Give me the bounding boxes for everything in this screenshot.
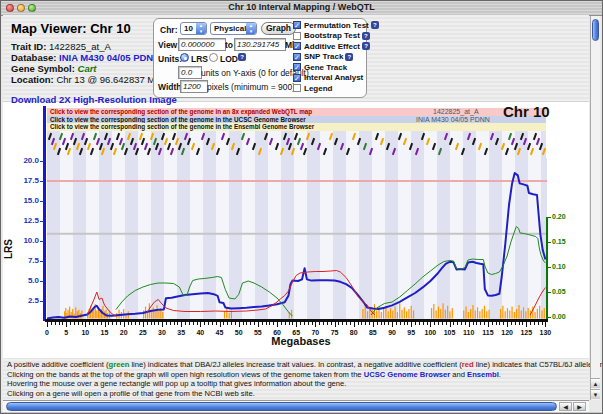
gene-glyph[interactable] <box>303 147 307 154</box>
gene-glyph[interactable] <box>196 147 200 154</box>
gene-glyph[interactable] <box>147 147 151 154</box>
gene-glyph[interactable] <box>144 142 148 149</box>
snp-track-help-icon[interactable]: ? <box>345 53 353 61</box>
gene-glyph[interactable] <box>150 132 154 139</box>
gene-glyph[interactable] <box>269 137 273 144</box>
vertical-scrollbar[interactable]: ▲ ▼ <box>590 16 600 400</box>
gene-glyph[interactable] <box>334 137 338 144</box>
gene-glyph[interactable] <box>444 132 448 139</box>
checkbox-bootstrap-test[interactable]: Bootstrap Test? <box>293 32 379 41</box>
units-lod-radio[interactable] <box>209 53 218 62</box>
scroll-up-button[interactable]: ▲ <box>591 378 600 388</box>
gene-glyph[interactable] <box>135 147 139 154</box>
gene-glyph[interactable] <box>380 137 384 144</box>
gene-glyph[interactable] <box>231 142 235 149</box>
gene-glyph[interactable] <box>113 147 117 154</box>
gene-glyph[interactable] <box>323 147 327 154</box>
snp-track-checkbox[interactable]: ✓ <box>293 53 301 61</box>
gene-glyph[interactable] <box>529 147 533 154</box>
gene-glyph[interactable] <box>73 137 77 144</box>
gene-glyph[interactable] <box>517 147 521 154</box>
gene-glyph[interactable] <box>93 132 97 139</box>
gene-glyph[interactable] <box>258 147 262 154</box>
gene-glyph[interactable] <box>363 142 367 149</box>
gene-glyph[interactable] <box>455 142 459 149</box>
gene-glyph[interactable] <box>164 137 168 144</box>
gene-glyph[interactable] <box>130 137 134 144</box>
gene-glyph[interactable] <box>124 147 128 154</box>
gene-glyph[interactable] <box>375 132 379 139</box>
gene-glyph[interactable] <box>495 137 499 144</box>
gene-glyph[interactable] <box>53 142 57 149</box>
gene-glyph[interactable] <box>426 137 430 144</box>
gene-glyph[interactable] <box>505 147 509 154</box>
gene-glyph[interactable] <box>523 137 527 144</box>
gene-glyph[interactable] <box>181 147 185 154</box>
window-titlebar[interactable]: Chr 10 Interval Mapping / WebQTL <box>1 1 602 16</box>
checkbox-legend[interactable]: Legend <box>293 84 379 93</box>
gene-glyph[interactable] <box>263 132 267 139</box>
view-from-input[interactable] <box>178 38 226 51</box>
horizontal-scrollbar[interactable]: ◀ ▶ <box>3 400 589 412</box>
gene-glyph[interactable] <box>161 132 165 139</box>
gene-glyph[interactable] <box>241 132 245 139</box>
gene-track[interactable] <box>47 131 546 158</box>
gene-glyph[interactable] <box>79 147 83 154</box>
gene-glyph[interactable] <box>291 147 295 154</box>
mode-select[interactable]: Physical ▲▼ <box>210 22 257 35</box>
gene-glyph[interactable] <box>76 142 80 149</box>
view-to-input[interactable] <box>234 38 286 51</box>
gene-glyph[interactable] <box>449 137 453 144</box>
gene-glyph[interactable] <box>438 147 442 154</box>
gene-glyph[interactable] <box>300 142 304 149</box>
gene-glyph[interactable] <box>95 137 99 144</box>
gene-track-checkbox[interactable]: ✓ <box>293 63 301 71</box>
gene-glyph[interactable] <box>398 132 402 139</box>
gene-glyph[interactable] <box>184 132 188 139</box>
gene-glyph[interactable] <box>340 142 344 149</box>
gene-glyph[interactable] <box>127 132 131 139</box>
checkbox-permutation-test[interactable]: ✓Permutation Test? <box>293 21 379 30</box>
legend-checkbox[interactable] <box>293 84 301 92</box>
gene-glyph[interactable] <box>357 137 361 144</box>
gene-glyph[interactable] <box>283 132 287 139</box>
gene-glyph[interactable] <box>59 132 63 139</box>
gene-glyph[interactable] <box>352 132 356 139</box>
gene-glyph[interactable] <box>216 147 220 154</box>
checkbox-interval-analyst[interactable]: ✓Interval Analyst <box>293 74 379 83</box>
gene-glyph[interactable] <box>62 137 66 144</box>
gene-glyph[interactable] <box>409 142 413 149</box>
gene-glyph[interactable] <box>221 132 225 139</box>
download-hires-link[interactable]: Download 2X High-Resolution Image <box>11 94 177 105</box>
gene-glyph[interactable] <box>206 137 210 144</box>
gene-glyph[interactable] <box>461 147 465 154</box>
scroll-left-button[interactable]: ◀ <box>559 402 572 411</box>
gene-glyph[interactable] <box>533 132 537 139</box>
gene-glyph[interactable] <box>280 147 284 154</box>
gene-glyph[interactable] <box>201 132 205 139</box>
gene-glyph[interactable] <box>415 147 419 154</box>
gene-glyph[interactable] <box>472 137 476 144</box>
gene-glyph[interactable] <box>101 147 105 154</box>
gene-glyph[interactable] <box>369 147 373 154</box>
interval-analyst-checkbox[interactable]: ✓ <box>293 74 301 82</box>
gene-glyph[interactable] <box>501 142 505 149</box>
gene-glyph[interactable] <box>526 142 530 149</box>
horizontal-scrollbar-thumb[interactable] <box>6 402 557 411</box>
gene-glyph[interactable] <box>386 142 390 149</box>
scroll-down-button[interactable]: ▼ <box>591 389 600 399</box>
gene-glyph[interactable] <box>178 142 182 149</box>
gene-glyph[interactable] <box>467 132 471 139</box>
gene-glyph[interactable] <box>246 137 250 144</box>
checkbox-snp-track[interactable]: ✓SNP Track? <box>293 53 379 62</box>
gene-glyph[interactable] <box>403 137 407 144</box>
checkbox-gene-track[interactable]: ✓Gene Track <box>293 63 379 72</box>
gene-glyph[interactable] <box>169 147 173 154</box>
permutation-test-help-icon[interactable]: ? <box>371 21 379 29</box>
genome-banner-2[interactable]: Click to view the corresponding section … <box>47 123 546 131</box>
permutation-test-checkbox[interactable]: ✓ <box>293 21 301 29</box>
chr-select[interactable]: 10 ▲▼ <box>180 22 207 35</box>
gene-glyph[interactable] <box>226 137 230 144</box>
database-link[interactable]: INIA M430 04/05 PDNN <box>59 52 160 63</box>
gene-glyph[interactable] <box>211 142 215 149</box>
